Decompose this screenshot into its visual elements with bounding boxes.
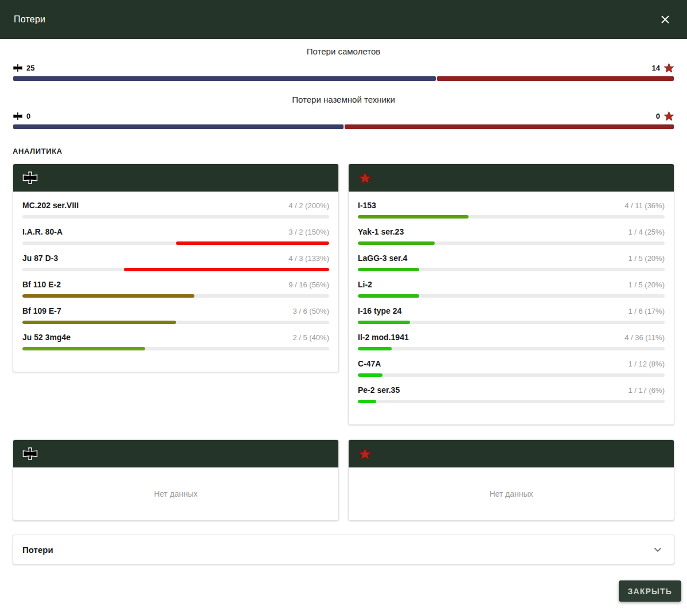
aircraft-name: Bf 109 E-7 bbox=[22, 306, 61, 315]
loss-ratio-value: 1 / 5 (20%) bbox=[628, 254, 665, 263]
list-item: Pe-2 ser.35 1 / 17 (6%) bbox=[358, 379, 665, 405]
soviet-ground-panel: Нет данных bbox=[348, 439, 674, 521]
german-ground-panel: Нет данных bbox=[13, 439, 339, 521]
aircraft-name: LaGG-3 ser.4 bbox=[358, 254, 407, 263]
loss-bar-track bbox=[358, 241, 665, 245]
loss-ratio-value: 1 / 4 (25%) bbox=[628, 228, 665, 236]
loss-ratio-value: 4 / 3 (133%) bbox=[288, 254, 329, 263]
aircraft-name: Ju 87 D-3 bbox=[22, 254, 58, 263]
loss-bar-fill bbox=[358, 347, 392, 350]
loss-bar-fill bbox=[358, 400, 376, 403]
loss-bar-fill bbox=[22, 294, 194, 298]
aircraft-name: Pe-2 ser.35 bbox=[358, 385, 400, 395]
list-item: Bf 110 E-2 9 / 16 (56%) bbox=[22, 273, 329, 299]
german-aircraft-panel: MC.202 ser.VIII 4 / 2 (200%) I.A.R. 80-A… bbox=[13, 163, 339, 372]
close-icon[interactable] bbox=[657, 11, 673, 28]
loss-ratio-value: 4 / 36 (11%) bbox=[624, 333, 665, 342]
loss-bar-fill bbox=[358, 373, 382, 377]
loss-bar-fill bbox=[22, 347, 145, 350]
list-item: Ju 87 D-3 4 / 3 (133%) bbox=[22, 247, 329, 273]
loss-bar-fill bbox=[358, 215, 469, 219]
list-item: Li-2 1 / 5 (20%) bbox=[358, 273, 665, 299]
loss-bar-track bbox=[358, 373, 665, 377]
list-item: MC.202 ser.VIII 4 / 2 (200%) bbox=[22, 194, 329, 220]
dialog-footer: ЗАКРЫТЬ bbox=[0, 564, 687, 602]
soviet-side-total: 14 bbox=[652, 63, 674, 73]
list-item: Yak-1 ser.23 1 / 4 (25%) bbox=[358, 220, 665, 247]
aircraft-losses-bar-german bbox=[13, 76, 436, 81]
loss-bar-track bbox=[358, 215, 665, 219]
ground-losses-bar-german bbox=[13, 124, 344, 129]
no-data-message: Нет данных bbox=[349, 467, 674, 520]
loss-ratio-value: 1 / 12 (8%) bbox=[628, 360, 665, 368]
loss-bar-fill bbox=[22, 321, 176, 324]
loss-ratio-value: 4 / 2 (200%) bbox=[288, 201, 329, 210]
dialog-titlebar: Потери bbox=[0, 0, 687, 39]
soviet-aircraft-list: I-153 4 / 11 (36%) Yak-1 ser.23 1 / 4 (2… bbox=[349, 192, 674, 424]
list-item: I-153 4 / 11 (36%) bbox=[358, 194, 665, 220]
loss-bar-fill bbox=[358, 268, 419, 271]
loss-ratio-value: 3 / 6 (50%) bbox=[292, 307, 329, 315]
loss-bar-track bbox=[22, 347, 329, 350]
loss-bar-track bbox=[22, 215, 329, 219]
list-item: I.A.R. 80-A 3 / 2 (150%) bbox=[22, 220, 329, 247]
aircraft-losses-title: Потери самолетов bbox=[13, 46, 674, 56]
german-cross-icon bbox=[13, 64, 23, 72]
soviet-panel-header bbox=[349, 164, 674, 192]
aircraft-name: Yak-1 ser.23 bbox=[358, 227, 404, 236]
loss-ratio-value: 9 / 16 (56%) bbox=[288, 280, 329, 289]
list-item: I-16 type 24 1 / 6 (17%) bbox=[358, 299, 665, 326]
german-cross-icon bbox=[22, 171, 38, 184]
loss-ratio-value: 2 / 5 (40%) bbox=[292, 333, 329, 342]
aircraft-name: I-153 bbox=[358, 201, 376, 210]
aircraft-name: Bf 110 E-2 bbox=[22, 280, 61, 289]
dialog-title: Потери bbox=[14, 14, 45, 25]
accordion-label: Потери bbox=[22, 545, 53, 555]
list-item: C-47A 1 / 12 (8%) bbox=[358, 352, 665, 379]
german-aircraft-list: MC.202 ser.VIII 4 / 2 (200%) I.A.R. 80-A… bbox=[13, 192, 338, 372]
loss-bar-track bbox=[358, 400, 665, 403]
loss-ratio-value: 1 / 6 (17%) bbox=[628, 307, 665, 315]
loss-ratio-value: 4 / 11 (36%) bbox=[624, 201, 665, 210]
soviet-side-total: 0 bbox=[656, 111, 674, 122]
aircraft-name: I.A.R. 80-A bbox=[22, 227, 63, 236]
red-star-icon bbox=[663, 63, 674, 73]
list-item: LaGG-3 ser.4 1 / 5 (20%) bbox=[358, 247, 665, 273]
loss-bar-track bbox=[358, 347, 665, 350]
loss-bar-track bbox=[22, 268, 329, 271]
loss-bar-fill bbox=[358, 321, 410, 324]
red-star-icon bbox=[663, 111, 674, 122]
german-panel-header bbox=[13, 164, 338, 192]
red-star-icon bbox=[358, 171, 372, 185]
analytics-heading: АНАЛИТИКА bbox=[13, 147, 674, 155]
close-dialog-button[interactable]: ЗАКРЫТЬ bbox=[619, 580, 681, 602]
loss-bar-track bbox=[358, 321, 665, 324]
list-item: Bf 109 E-7 3 / 6 (50%) bbox=[22, 299, 329, 326]
loss-bar-track bbox=[22, 294, 329, 298]
no-data-message: Нет данных bbox=[13, 467, 338, 520]
loss-bar-track bbox=[22, 241, 329, 245]
aircraft-name: Il-2 mod.1941 bbox=[358, 333, 409, 342]
ground-losses-bar-soviet bbox=[345, 124, 674, 129]
loss-ratio-value: 1 / 5 (20%) bbox=[628, 280, 665, 289]
loss-bar-track bbox=[358, 294, 665, 298]
aircraft-losses-bar-soviet bbox=[437, 76, 674, 81]
german-side-total: 0 bbox=[13, 112, 30, 120]
aircraft-name: I-16 type 24 bbox=[358, 306, 401, 315]
soviet-aircraft-loss-count: 14 bbox=[652, 64, 660, 72]
loss-ratio-value: 1 / 17 (6%) bbox=[628, 386, 665, 395]
loss-bar-fill bbox=[176, 241, 330, 245]
loss-bar-fill bbox=[124, 268, 329, 271]
ground-losses-title: Потери наземной техники bbox=[13, 95, 674, 104]
red-star-icon bbox=[358, 447, 372, 461]
loss-bar-track bbox=[22, 321, 329, 324]
aircraft-losses-stats: 25 14 bbox=[13, 61, 674, 74]
aircraft-name: MC.202 ser.VIII bbox=[22, 201, 79, 210]
ground-losses-stats: 0 0 bbox=[13, 110, 674, 122]
aircraft-name: C-47A bbox=[358, 359, 381, 368]
losses-accordion[interactable]: Потери bbox=[13, 535, 674, 564]
german-ground-loss-count: 0 bbox=[26, 112, 30, 120]
german-side-total: 25 bbox=[13, 64, 34, 72]
ground-losses-bar bbox=[13, 124, 674, 130]
loss-bar-fill bbox=[358, 294, 419, 298]
